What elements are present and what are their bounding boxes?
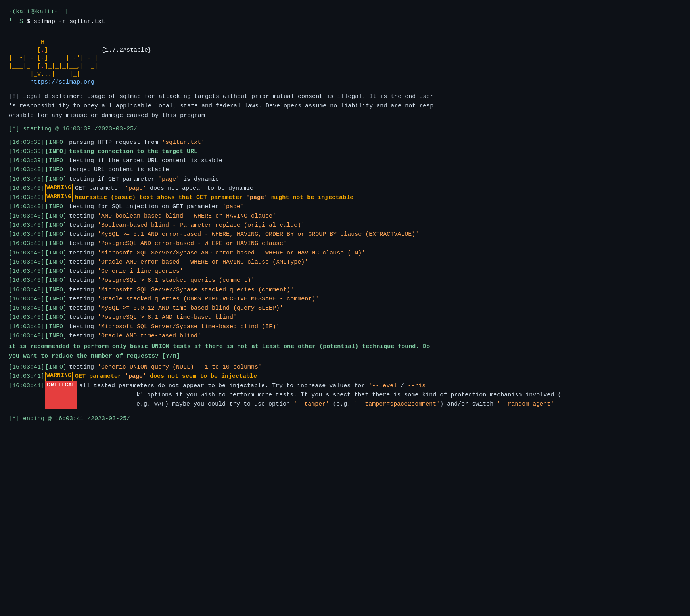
critical-tag: CRITICAL xyxy=(45,381,77,409)
log-line: [16:03:40] [INFO] testing 'PostgreSQL > … xyxy=(9,313,681,322)
log-line: [16:03:40] [INFO] testing 'MySQL >= 5.0.… xyxy=(9,304,681,313)
log-line: [16:03:40] [INFO] testing 'Generic inlin… xyxy=(9,267,681,276)
log-line: [16:03:40] [INFO] target URL content is … xyxy=(9,165,681,174)
log-line: [16:03:40] [INFO] testing 'PostgreSQL > … xyxy=(9,276,681,285)
log-line: [16:03:39] [INFO] testing if the target … xyxy=(9,156,681,165)
log-line: [16:03:40] [INFO] testing for SQL inject… xyxy=(9,202,681,211)
log-line: [16:03:40] WARNING GET parameter 'page' … xyxy=(9,184,681,193)
critical-log-line: [16:03:41] CRITICAL all tested parameter… xyxy=(9,381,681,409)
disclaimer: [!] legal disclaimer: Usage of sqlmap fo… xyxy=(9,92,681,121)
log-line: [16:03:39] [INFO] parsing HTTP request f… xyxy=(9,138,681,147)
log-line: [16:03:39] [INFO] testing connection to … xyxy=(9,147,681,156)
log-line: [16:03:41] [INFO] testing 'Generic UNION… xyxy=(9,363,681,372)
log-line: [16:03:40] [INFO] testing 'Oracle stacke… xyxy=(9,295,681,304)
prompt-command: └─ $ $ sqlmap -r sqltar.txt xyxy=(9,17,681,26)
log-line: [16:03:40] [INFO] testing 'Oracle AND er… xyxy=(9,258,681,267)
terminal: -(kali㉿kali)-[~] └─ $ $ sqlmap -r sqltar… xyxy=(9,7,681,424)
log-line: [16:03:40] WARNING heuristic (basic) tes… xyxy=(9,193,681,202)
union-recommendation: it is recommended to perform only basic … xyxy=(9,342,681,361)
ending-line: [*] ending @ 16:03:41 /2023-03-25/ xyxy=(9,414,681,423)
ascii-art: ___ __H__ ___ ___[.]_____ ___ ___ {1.7.2… xyxy=(9,31,681,87)
prompt-host: -(kali㉿kali)-[~] xyxy=(9,7,681,16)
log-line: [16:03:40] [INFO] testing 'Oracle AND ti… xyxy=(9,331,681,341)
log-line: [16:03:40] [INFO] testing 'AND boolean-b… xyxy=(9,212,681,221)
log-line: [16:03:40] [INFO] testing 'Microsoft SQL… xyxy=(9,249,681,258)
log-line: [16:03:41] WARNING GET parameter 'page' … xyxy=(9,372,681,381)
log-line: [16:03:40] [INFO] testing 'Microsoft SQL… xyxy=(9,285,681,295)
log-line: [16:03:40] [INFO] testing 'Boolean-based… xyxy=(9,221,681,230)
log-line: [16:03:40] [INFO] testing if GET paramet… xyxy=(9,175,681,184)
log-line: [16:03:40] [INFO] testing 'PostgreSQL AN… xyxy=(9,239,681,248)
starting-line: [*] starting @ 16:03:39 /2023-03-25/ xyxy=(9,124,681,134)
log-line: [16:03:40] [INFO] testing 'MySQL >= 5.1 … xyxy=(9,230,681,239)
log-line: [16:03:40] [INFO] testing 'Microsoft SQL… xyxy=(9,322,681,331)
